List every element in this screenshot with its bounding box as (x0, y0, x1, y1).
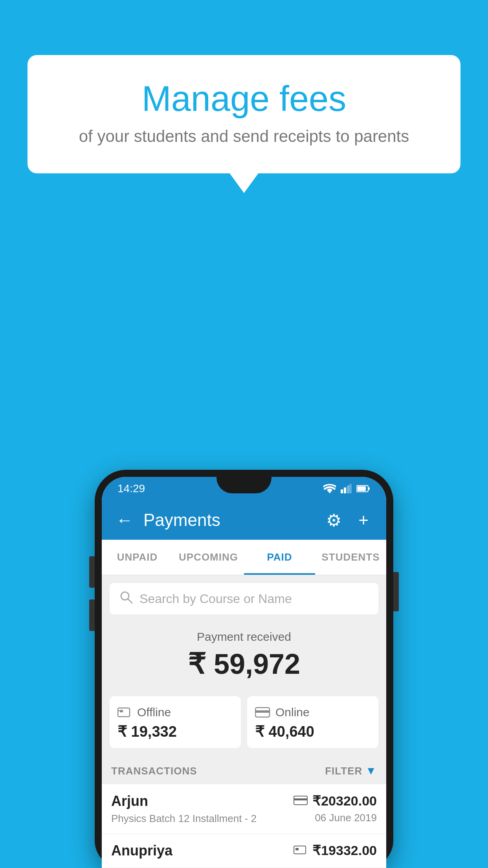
transaction-right-2: ₹19332.00 (294, 842, 377, 858)
svg-rect-2 (347, 485, 349, 493)
battery-icon (356, 485, 371, 493)
phone-screen: 14:29 (102, 477, 386, 868)
back-button[interactable]: ← (114, 509, 136, 531)
notch (216, 477, 272, 493)
payment-received-label: Payment received (102, 630, 386, 644)
svg-rect-17 (295, 848, 299, 850)
filter-label: FILTER (325, 765, 362, 777)
svg-rect-0 (341, 489, 343, 493)
svg-rect-15 (294, 798, 307, 800)
svg-rect-9 (118, 708, 130, 717)
add-button[interactable]: + (352, 509, 374, 531)
svg-rect-3 (349, 484, 352, 493)
svg-rect-1 (344, 487, 346, 493)
offline-amount: ₹ 19,332 (117, 723, 233, 740)
bubble-subtitle: of your students and send receipts to pa… (59, 127, 429, 146)
card-icon (255, 706, 271, 718)
transaction-left: Arjun Physics Batch 12 Installment - 2 (111, 793, 257, 825)
app-bar-title: Payments (143, 510, 220, 530)
payment-received-amount: ₹ 59,972 (102, 647, 386, 680)
transaction-right: ₹20320.00 06 June 2019 (294, 793, 377, 824)
filter-icon: ▼ (365, 765, 377, 777)
transaction-row[interactable]: Arjun Physics Batch 12 Installment - 2 ₹… (102, 784, 386, 834)
status-icons (323, 484, 371, 493)
speech-bubble-container: Manage fees of your students and send re… (28, 55, 460, 173)
offline-payment-icon (294, 845, 308, 856)
transaction-left-2: Anupriya (111, 842, 172, 859)
app-bar: ← Payments ⚙ + (102, 500, 386, 540)
tab-upcoming[interactable]: UPCOMING (173, 540, 244, 575)
svg-rect-10 (120, 710, 123, 712)
offline-icon (117, 706, 132, 719)
offline-card-header: Offline (117, 706, 233, 719)
speech-bubble: Manage fees of your students and send re… (28, 55, 460, 173)
search-bar[interactable]: Search by Course or Name (110, 583, 378, 614)
transaction-date: 06 June 2019 (315, 812, 377, 824)
app-bar-left: ← Payments (114, 509, 220, 531)
app-bar-right: ⚙ + (323, 509, 374, 531)
payment-cards: Offline ₹ 19,332 Online ₹ 40,640 (102, 690, 386, 758)
svg-line-8 (128, 599, 132, 603)
svg-rect-13 (255, 710, 270, 713)
status-time: 14:29 (117, 482, 145, 495)
transaction-amount: ₹20320.00 (312, 793, 377, 809)
tab-unpaid[interactable]: UNPAID (102, 540, 173, 575)
transaction-name: Arjun (111, 793, 257, 809)
phone-mockup: 14:29 (95, 470, 393, 868)
bubble-title: Manage fees (59, 79, 429, 119)
transaction-amount-row: ₹20320.00 (294, 793, 377, 809)
transaction-name-2: Anupriya (111, 842, 172, 859)
filter-button[interactable]: FILTER ▼ (325, 765, 377, 777)
search-icon (119, 590, 133, 608)
payment-card-icon (294, 796, 308, 806)
online-card: Online ₹ 40,640 (247, 696, 378, 748)
tabs-bar: UNPAID UPCOMING PAID STUDENTS (102, 540, 386, 575)
transaction-amount-2: ₹19332.00 (312, 842, 377, 858)
online-amount: ₹ 40,640 (255, 723, 371, 740)
search-placeholder: Search by Course or Name (139, 592, 292, 606)
svg-rect-5 (368, 487, 370, 490)
offline-label: Offline (137, 706, 171, 719)
offline-card: Offline ₹ 19,332 (110, 696, 241, 748)
svg-rect-6 (357, 486, 366, 491)
transaction-row-2[interactable]: Anupriya ₹19332.00 (102, 834, 386, 868)
phone-outer: 14:29 (95, 470, 393, 868)
online-card-header: Online (255, 706, 371, 719)
transaction-amount-row-2: ₹19332.00 (294, 842, 377, 858)
wifi-icon (323, 484, 336, 493)
transactions-header: TRANSACTIONS FILTER ▼ (102, 758, 386, 784)
transactions-label: TRANSACTIONS (111, 765, 197, 777)
tab-students[interactable]: STUDENTS (315, 540, 386, 575)
signal-icon (341, 484, 352, 493)
settings-button[interactable]: ⚙ (323, 509, 345, 531)
payment-received-section: Payment received ₹ 59,972 (102, 618, 386, 690)
online-label: Online (275, 706, 310, 719)
status-bar: 14:29 (102, 477, 386, 500)
tab-paid[interactable]: PAID (244, 540, 315, 575)
transaction-desc: Physics Batch 12 Installment - 2 (111, 813, 257, 825)
